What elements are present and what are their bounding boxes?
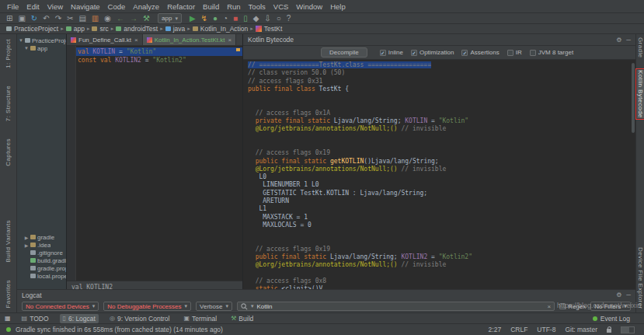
lock-icon[interactable] bbox=[607, 329, 611, 333]
run-icon[interactable]: ▶ bbox=[190, 15, 196, 23]
editor-tab-kotlin-in-action-testkt-kt[interactable]: Kotlin_In_Action.TestKt.kt× bbox=[143, 34, 236, 45]
tree-expand-icon[interactable]: ▼ bbox=[24, 46, 29, 51]
menu-build[interactable]: Build bbox=[199, 2, 223, 11]
menu-view[interactable]: View bbox=[44, 2, 67, 11]
menu-edit[interactable]: Edit bbox=[23, 2, 43, 11]
error-stripe-mark[interactable] bbox=[236, 48, 240, 51]
clear-search-icon[interactable]: × bbox=[547, 303, 551, 310]
sync-icon[interactable]: ↻ bbox=[31, 15, 37, 23]
project-tree-item-practiceproject[interactable]: ▼PracticeProject bbox=[17, 37, 66, 44]
toolwindow-button-build[interactable]: ⚒Build bbox=[228, 314, 256, 323]
copy-icon[interactable]: ▤ bbox=[78, 15, 85, 23]
debug-icon[interactable]: ● bbox=[213, 15, 218, 23]
save-all-icon[interactable]: ▣ bbox=[18, 15, 25, 23]
run-config-select[interactable]: app▾ bbox=[158, 13, 182, 23]
process-select[interactable]: No Debuggable Processes▾ bbox=[103, 302, 191, 311]
status-git-master[interactable]: Git: master bbox=[565, 326, 597, 333]
menu-code[interactable]: Code bbox=[104, 2, 130, 11]
hide-icon[interactable]: ─ bbox=[626, 37, 631, 44]
close-tab-icon[interactable]: × bbox=[134, 37, 138, 44]
tool-strip-kotlin-bytecode[interactable]: Kotlin Bytecode bbox=[637, 70, 644, 118]
project-tree-item-idea[interactable]: ▶.idea bbox=[17, 241, 66, 249]
hide-icon[interactable]: ─ bbox=[626, 291, 631, 298]
search-everywhere-icon[interactable]: ○ bbox=[277, 15, 281, 23]
menu-refactor[interactable]: Refactor bbox=[163, 2, 199, 11]
cut-icon[interactable]: ✂ bbox=[67, 15, 73, 23]
gear-icon[interactable]: ⚙ bbox=[616, 291, 621, 298]
event-log-button[interactable]: Event Log bbox=[590, 314, 633, 323]
checkbox-ir[interactable]: IR bbox=[507, 49, 522, 56]
undo-icon[interactable]: ↶ bbox=[43, 15, 49, 23]
tool-strip-device-file-explorer[interactable]: Device File Explorer bbox=[637, 247, 644, 309]
tool-strip-build-variants[interactable]: Build Variants bbox=[5, 220, 12, 262]
breadcrumb-item-app[interactable]: app bbox=[66, 25, 85, 33]
toolwindow-button-6-logcat[interactable]: ▯6: Logcat bbox=[60, 314, 99, 323]
stop-icon[interactable]: ■ bbox=[233, 15, 238, 23]
menu-run[interactable]: Run bbox=[223, 2, 244, 11]
tree-expand-icon[interactable]: ▶ bbox=[24, 235, 29, 240]
checkbox-optimization[interactable]: ✓Optimization bbox=[411, 49, 454, 56]
forward-icon[interactable]: → bbox=[130, 15, 138, 23]
sync-gradle-icon[interactable]: ◆ bbox=[253, 15, 259, 23]
editor-code-area[interactable]: val KOTLIN = "Kotlin"const val KOTLIN2 =… bbox=[67, 46, 242, 281]
search-options-icon[interactable]: ▾ bbox=[251, 303, 254, 309]
find-icon[interactable]: ◉ bbox=[104, 15, 111, 23]
build-hammer-icon[interactable]: ⚒ bbox=[143, 15, 150, 23]
toolwindow-switcher-icon[interactable]: ▦ bbox=[5, 315, 11, 322]
toolwindow-button-terminal[interactable]: ▣Terminal bbox=[180, 314, 220, 323]
checkbox-assertions[interactable]: ✓Assertions bbox=[461, 49, 499, 56]
close-tab-icon[interactable]: × bbox=[228, 37, 231, 44]
device-select[interactable]: No Connected Devices▾ bbox=[22, 302, 99, 311]
checkbox-jvm-8-target[interactable]: JVM 8 target bbox=[530, 49, 573, 56]
help-icon[interactable]: ? bbox=[287, 15, 291, 23]
menu-vcs[interactable]: VCS bbox=[270, 2, 293, 11]
sdk-manager-icon[interactable]: ⇩ bbox=[264, 15, 270, 23]
toolwindow-button-9-version-control[interactable]: ◎9: Version Control bbox=[106, 314, 173, 323]
breadcrumb-item-practiceproject[interactable]: PracticeProject bbox=[6, 25, 58, 33]
tool-strip-gradle[interactable]: Gradle bbox=[637, 37, 644, 58]
breadcrumb-item-src[interactable]: src bbox=[92, 25, 108, 33]
filters-select[interactable]: No Filters▾ bbox=[590, 302, 631, 311]
redo-icon[interactable]: ↷ bbox=[55, 15, 61, 23]
regex-checkbox[interactable]: Regex bbox=[559, 303, 586, 310]
paste-icon[interactable]: ▥ bbox=[92, 15, 99, 23]
breadcrumb-item-kotlin-in-action[interactable]: Kotlin_In_Action bbox=[193, 25, 248, 33]
menu-analyze[interactable]: Analyze bbox=[129, 2, 163, 11]
profiler-icon[interactable]: ◔ bbox=[223, 15, 228, 23]
decompile-button[interactable]: Decompile bbox=[321, 47, 367, 58]
project-tree-item-build-gradle[interactable]: build.gradle bbox=[17, 256, 66, 264]
bytecode-code-area[interactable]: // ================TestKt.class ========… bbox=[243, 60, 635, 289]
editor-tab-fun-define-call-kt[interactable]: Fun_Define_Call.kt× bbox=[67, 34, 143, 45]
status-2-27[interactable]: 2:27 bbox=[489, 326, 502, 333]
back-icon[interactable]: ← bbox=[117, 15, 124, 23]
project-tree-item-app[interactable]: ▼app bbox=[17, 44, 66, 52]
tool-strip-favorites[interactable]: Favorites bbox=[5, 280, 12, 309]
status-crlf[interactable]: CRLF bbox=[510, 326, 527, 333]
avd-manager-icon[interactable]: ▯ bbox=[243, 15, 248, 23]
project-tree-item-gradle[interactable]: ▶gradle bbox=[17, 233, 66, 241]
checkbox-inline[interactable]: ✓Inline bbox=[380, 49, 403, 56]
tool-strip-1-project[interactable]: 1: Project bbox=[5, 39, 12, 68]
editor-pane[interactable]: Fun_Define_Call.kt×Kotlin_In_Action.Test… bbox=[67, 34, 242, 289]
open-icon[interactable]: ⊞ bbox=[6, 15, 12, 23]
toolwindow-button-todo[interactable]: ▤TODO bbox=[19, 314, 52, 323]
tree-expand-icon[interactable]: ▼ bbox=[19, 38, 23, 43]
breadcrumb-item-testkt[interactable]: TestKt bbox=[256, 25, 283, 33]
tool-strip-captures[interactable]: Captures bbox=[5, 138, 12, 166]
menu-window[interactable]: Window bbox=[292, 2, 326, 11]
apply-changes-icon[interactable]: ↯ bbox=[201, 15, 207, 23]
project-tree-item-gitignore[interactable]: .gitignore bbox=[17, 249, 66, 256]
tree-expand-icon[interactable]: ▶ bbox=[24, 243, 29, 248]
project-tree-item-local-properties[interactable]: local.properties bbox=[17, 272, 66, 280]
gear-icon[interactable]: ⚙ bbox=[616, 37, 621, 44]
breadcrumb-item-androidtest[interactable]: androidTest bbox=[116, 25, 158, 33]
status-utf-8[interactable]: UTF-8 bbox=[537, 326, 555, 333]
breadcrumb-item-java[interactable]: java bbox=[165, 25, 186, 33]
project-tree-item-gradle-properties[interactable]: gradle.properties bbox=[17, 264, 66, 272]
tool-strip-7-structure[interactable]: 7: Structure bbox=[5, 85, 12, 121]
menu-help[interactable]: Help bbox=[326, 2, 350, 11]
memory-indicator[interactable] bbox=[621, 326, 635, 333]
menu-tools[interactable]: Tools bbox=[245, 2, 270, 11]
logcat-search-input[interactable]: ▾ Kotlin × bbox=[237, 302, 555, 311]
menu-file[interactable]: File bbox=[3, 2, 23, 11]
